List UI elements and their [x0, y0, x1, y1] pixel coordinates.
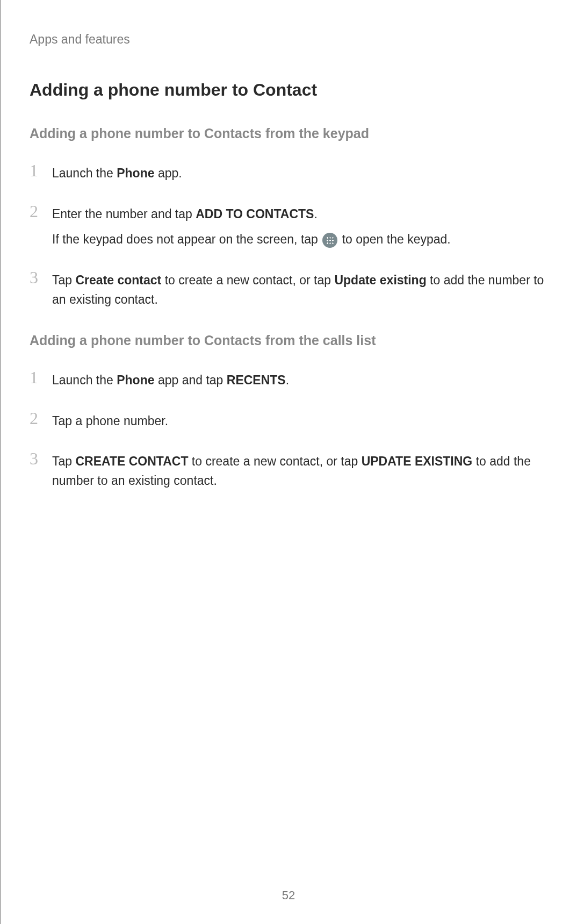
step-content: Enter the number and tap ADD TO CONTACTS… [52, 203, 547, 249]
step-item: 2Enter the number and tap ADD TO CONTACT… [30, 203, 547, 249]
step-item: 3Tap CREATE CONTACT to create a new cont… [30, 450, 547, 490]
step-content: Tap Create contact to create a new conta… [52, 269, 547, 309]
text: to create a new contact, or tap [161, 273, 334, 287]
step-main-line: Tap Create contact to create a new conta… [52, 271, 547, 309]
page-number: 52 [282, 889, 295, 902]
step-main-line: Tap CREATE CONTACT to create a new conta… [52, 452, 547, 490]
step-number: 3 [30, 269, 44, 286]
text: app. [155, 166, 182, 180]
text: Launch the [52, 166, 117, 180]
step-item: 1Launch the Phone app. [30, 162, 547, 183]
section2-heading: Adding a phone number to Contacts from t… [30, 333, 547, 348]
text: app and tap [155, 373, 227, 387]
text: Launch the [52, 373, 117, 387]
section1-steps: 1Launch the Phone app.2Enter the number … [30, 162, 547, 309]
bold-text: UPDATE EXISTING [362, 454, 473, 468]
text: to open the keypad. [338, 232, 450, 246]
text: Enter the number and tap [52, 207, 196, 221]
step-number: 3 [30, 450, 44, 467]
text: Tap a phone number. [52, 414, 168, 428]
bold-text: Phone [117, 166, 154, 180]
step-content: Launch the Phone app. [52, 162, 547, 183]
text: Tap [52, 454, 75, 468]
text: . [286, 373, 289, 387]
bold-text: CREATE CONTACT [75, 454, 188, 468]
header-section: Apps and features [30, 32, 547, 47]
section1-heading: Adding a phone number to Contacts from t… [30, 126, 547, 141]
step-item: 1Launch the Phone app and tap RECENTS. [30, 369, 547, 390]
text: to create a new contact, or tap [188, 454, 361, 468]
bold-text: ADD TO CONTACTS [196, 207, 314, 221]
step-main-line: Launch the Phone app and tap RECENTS. [52, 371, 547, 390]
page-left-border [0, 0, 1, 924]
text: Tap [52, 273, 75, 287]
step-content: Launch the Phone app and tap RECENTS. [52, 369, 547, 390]
step-main-line: Enter the number and tap ADD TO CONTACTS… [52, 205, 547, 224]
step-item: 3Tap Create contact to create a new cont… [30, 269, 547, 309]
step-number: 2 [30, 203, 44, 220]
step-main-line: Launch the Phone app. [52, 164, 547, 183]
step-item: 2Tap a phone number. [30, 410, 547, 431]
step-number: 1 [30, 162, 44, 179]
bold-text: RECENTS [227, 373, 286, 387]
step-number: 2 [30, 410, 44, 427]
bold-text: Update existing [334, 273, 426, 287]
step-content: Tap a phone number. [52, 410, 547, 431]
text: If the keypad does not appear on the scr… [52, 232, 321, 246]
bold-text: Phone [117, 373, 154, 387]
main-heading: Adding a phone number to Contact [30, 80, 547, 100]
step-main-line: Tap a phone number. [52, 412, 547, 431]
step-sub-line: If the keypad does not appear on the scr… [52, 230, 547, 249]
step-number: 1 [30, 369, 44, 386]
text: . [314, 207, 317, 221]
keypad-icon [322, 233, 337, 248]
section2-steps: 1Launch the Phone app and tap RECENTS.2T… [30, 369, 547, 491]
bold-text: Create contact [75, 273, 161, 287]
step-content: Tap CREATE CONTACT to create a new conta… [52, 450, 547, 490]
